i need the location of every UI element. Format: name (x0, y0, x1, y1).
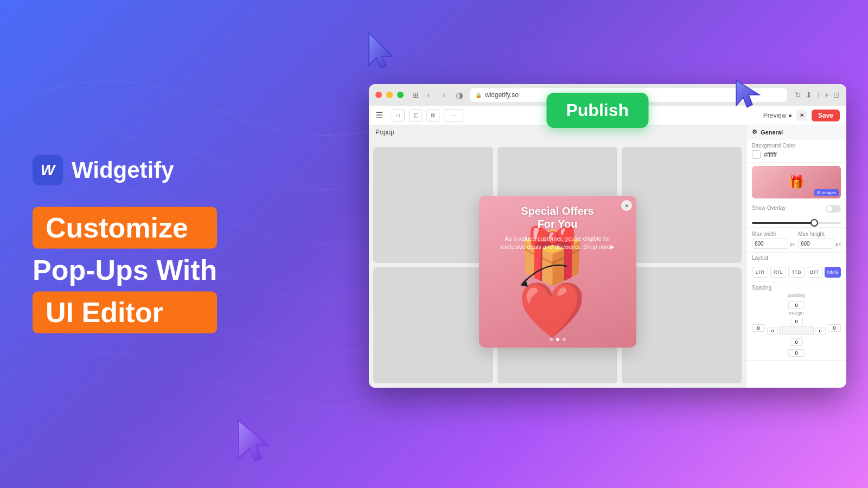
show-overlay-toggle[interactable] (826, 205, 841, 213)
add-tab-icon[interactable]: + (825, 91, 829, 99)
layout-buttons: LTR RTL TTB BTT NMG (746, 264, 846, 281)
toolbar-close-button[interactable]: ✕ (796, 110, 807, 121)
slider-thumb[interactable] (810, 219, 818, 227)
cursor-decoration-right (733, 76, 766, 111)
traffic-light-yellow[interactable] (386, 92, 393, 98)
toolbar-btn-2[interactable]: ◫ (409, 109, 422, 122)
layout-btn-ttb[interactable]: TTB (788, 267, 805, 278)
spacing-label: Spacing (752, 285, 841, 291)
layout-section: Layout LTR RTL TTB BTT NMG (746, 253, 846, 281)
left-panel: W Widgetify Customize Pop-Ups With UI Ed… (33, 155, 217, 333)
preview-button[interactable]: Preview ● (763, 112, 792, 119)
browser-back-button[interactable]: ‹ (423, 89, 434, 100)
max-width-label: Max width (752, 231, 795, 237)
bg-color-value: #ffffff (764, 151, 776, 158)
show-overlay-row: Show Overlay (746, 202, 846, 216)
toolbar-btn-3[interactable]: ⊞ (426, 109, 439, 122)
traffic-light-green[interactable] (397, 92, 404, 98)
browser-tab-icons: ⊞ (412, 91, 419, 99)
bg-color-swatch[interactable] (752, 150, 761, 159)
margin-label: margin (767, 310, 826, 316)
margin-bottom-input[interactable] (790, 338, 803, 346)
popup-title: Special OffersFor You (479, 204, 636, 230)
reload-icon[interactable]: ↻ (795, 91, 801, 99)
logo-icon: W (33, 155, 63, 185)
toolbar-btn-4[interactable]: ··· (444, 109, 463, 122)
layout-btn-rtl[interactable]: RTL (770, 267, 787, 278)
show-overlay-label: Show Overlay (752, 205, 786, 211)
svg-marker-3 (736, 80, 760, 107)
right-panel: ⚙ General Background Color #ffffff 🎁 ⊞ I… (746, 125, 846, 388)
max-height-input[interactable] (798, 239, 834, 249)
browser-actions: ⬇ ↑ + ⊡ (806, 91, 840, 99)
layout-btn-nmg[interactable]: NMG (825, 267, 841, 278)
editor-toolbar: ☰ □ ◫ ⊞ ··· Publish Preview ● ✕ Save (369, 106, 846, 125)
layout-btn-btt[interactable]: BTT (807, 267, 823, 278)
margin-left-input[interactable] (767, 328, 778, 335)
toolbar-save-button[interactable]: Save (812, 110, 840, 121)
layout-btn-ltr[interactable]: LTR (752, 267, 768, 278)
canvas-tab-label: Popup (369, 125, 401, 139)
layout-label: Layout (746, 253, 846, 262)
margin-input[interactable] (790, 318, 803, 325)
svg-marker-2 (369, 33, 393, 68)
preview-label: Preview ● (763, 112, 792, 119)
bg-color-label: Background Color (752, 143, 841, 149)
toggle-knob (827, 206, 832, 211)
editor-area: Popup ✕ 🎁❤️ S (369, 125, 846, 388)
slider-row[interactable] (746, 216, 846, 228)
logo-text: Widgetify (72, 157, 174, 183)
svg-marker-1 (520, 279, 528, 287)
traffic-light-red[interactable] (375, 92, 382, 98)
panel-general-section: ⚙ General (746, 125, 846, 139)
headline-line3: UI Editor (33, 291, 217, 333)
editor-canvas[interactable]: Popup ✕ 🎁❤️ S (369, 125, 746, 388)
menu-icon[interactable]: ☰ (375, 110, 383, 120)
padding-left-input[interactable] (752, 324, 765, 332)
canvas-cell-6 (622, 267, 742, 383)
max-width-col: Max width px (752, 231, 795, 249)
cursor-decoration-bottom-left (233, 415, 277, 466)
headline-line1: Customize (33, 207, 217, 249)
padding-bottom-input[interactable] (788, 349, 805, 357)
slider-track (752, 222, 841, 224)
logo-row: W Widgetify (33, 155, 217, 185)
curved-arrow-annotation (513, 255, 578, 301)
padding-top-input[interactable] (788, 301, 805, 309)
headline-line2: Pop-Ups With (33, 253, 217, 287)
logo-letter: W (41, 162, 55, 179)
tab-grid-icon: ⊞ (412, 91, 419, 99)
brightness-icon: ◑ (456, 90, 463, 100)
margin-right-input[interactable] (815, 328, 826, 335)
share-icon[interactable]: ↑ (816, 91, 820, 99)
images-badge-text: ⊞ Images (817, 190, 836, 195)
headline-block: Customize Pop-Ups With UI Editor (33, 207, 217, 333)
browser-forward-button[interactable]: › (438, 89, 449, 100)
toolbar-btn-1[interactable]: □ (392, 109, 405, 122)
publish-button[interactable]: Publish (546, 93, 648, 128)
url-text: widgetify.so (485, 91, 519, 99)
popup-subtitle: As a valued customer, you're eligible fo… (479, 235, 636, 252)
canvas-cell-4 (373, 267, 493, 383)
lock-icon: 🔒 (475, 92, 482, 98)
max-height-label: Max height (798, 231, 841, 237)
max-height-col: Max height px (798, 231, 841, 249)
sidebar-icon[interactable]: ⊡ (833, 91, 840, 99)
cursor-decoration-top (365, 30, 397, 70)
download-icon[interactable]: ⬇ (806, 91, 812, 99)
padding-label: padding (752, 293, 841, 298)
max-width-unit: px (789, 241, 795, 247)
canvas-cell-1 (373, 147, 493, 263)
images-badge[interactable]: ⊞ Images (814, 189, 839, 196)
padding-right-input[interactable] (828, 324, 841, 332)
popup-close-button[interactable]: ✕ (621, 200, 632, 211)
canvas-cell-3 (622, 147, 742, 263)
panel-bg-color-field[interactable]: Background Color #ffffff (746, 139, 846, 163)
svg-marker-0 (239, 421, 269, 461)
panel-image-preview[interactable]: 🎁 ⊞ Images (752, 166, 841, 198)
spacing-section: Spacing padding margin (746, 281, 846, 361)
general-label: General (761, 129, 783, 136)
max-width-input[interactable] (752, 239, 788, 249)
max-height-unit: px (835, 241, 841, 247)
general-icon: ⚙ (752, 129, 757, 136)
